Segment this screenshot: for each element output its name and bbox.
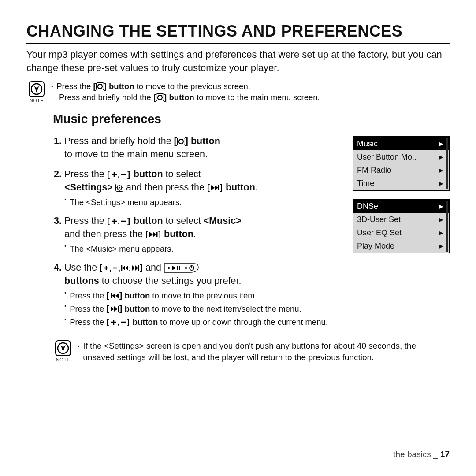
next-icon [207, 184, 223, 192]
note-icon: NOTE [26, 81, 47, 103]
bullet-icon: ▪ [64, 242, 66, 254]
plus-minus-icon [107, 318, 130, 326]
step-1: Press and briefly hold the [] button to … [64, 134, 345, 161]
device-screen-2: DNSe▶ 3D-User Set▶ User EQ Set▶ Play Mod… [353, 199, 450, 253]
bullet-icon: ▪ [64, 316, 66, 327]
step-2: Press the button to select <Settings> an… [64, 167, 345, 208]
page-footer: the basics _ 17 [393, 450, 450, 459]
subtitle-rule [53, 128, 450, 128]
list-item: 3D-User Set▶ [353, 213, 449, 226]
back-icon [96, 82, 104, 90]
list-item: FM Radio▶ [353, 164, 449, 177]
chevron-right-icon: ▶ [439, 167, 443, 174]
list-item: DNSe▶ [353, 200, 449, 213]
plus-minus-icon [107, 217, 131, 225]
gear-icon [115, 184, 123, 192]
list-item: Play Mode▶ [353, 239, 449, 253]
bullet-icon: ▪ [64, 196, 66, 207]
prev-icon [107, 292, 123, 300]
scrollbar-icon [446, 138, 448, 189]
note-label: NOTE [30, 98, 44, 103]
chevron-right-icon: ▶ [439, 242, 443, 249]
chevron-right-icon: ▶ [439, 140, 443, 147]
bullet-icon: ▪ [64, 289, 66, 301]
next-icon [145, 231, 161, 238]
step-3: Press the button to select <Music> and t… [64, 214, 345, 255]
chevron-right-icon: ▶ [439, 216, 443, 223]
step-4: Use the and buttons to choose the settin… [64, 261, 345, 328]
note-label: NOTE [56, 357, 71, 362]
intro-text: Your mp3 player comes with settings and … [26, 48, 450, 74]
back-icon [156, 93, 164, 101]
note-block-1: NOTE ▪ Press the [] button to move to th… [26, 81, 450, 103]
bullet-icon: ▪ [51, 83, 53, 90]
note-block-2: NOTE ▪ If the <Settings> screen is open … [53, 340, 450, 364]
scrollbar-icon [446, 201, 448, 252]
chevron-right-icon: ▶ [439, 229, 443, 236]
list-item: User Button Mo..▶ [353, 150, 449, 164]
list-item: Time▶ [353, 177, 449, 190]
page-title: CHANGING THE SETTINGS AND PREFERENCES [26, 22, 450, 41]
list-item: User EQ Set▶ [353, 226, 449, 239]
back-icon [177, 138, 185, 145]
device-screen-1: Music▶ User Button Mo..▶ FM Radio▶ Time▶ [353, 136, 450, 191]
bullet-icon: ▪ [64, 302, 66, 314]
title-rule [26, 43, 450, 44]
note-icon: NOTE [53, 340, 73, 362]
list-item: Music▶ [353, 137, 449, 150]
steps-list: Press and briefly hold the [] button to … [53, 134, 345, 334]
chevron-right-icon: ▶ [439, 153, 443, 160]
bullet-icon: ▪ [78, 342, 79, 350]
chevron-right-icon: ▶ [439, 203, 443, 210]
nav-buttons-icon [100, 264, 143, 272]
section-subtitle: Music preferences [53, 112, 450, 126]
play-power-icon [164, 263, 199, 273]
plus-minus-icon [107, 171, 131, 178]
next-icon [107, 305, 123, 313]
chevron-right-icon: ▶ [439, 180, 443, 187]
